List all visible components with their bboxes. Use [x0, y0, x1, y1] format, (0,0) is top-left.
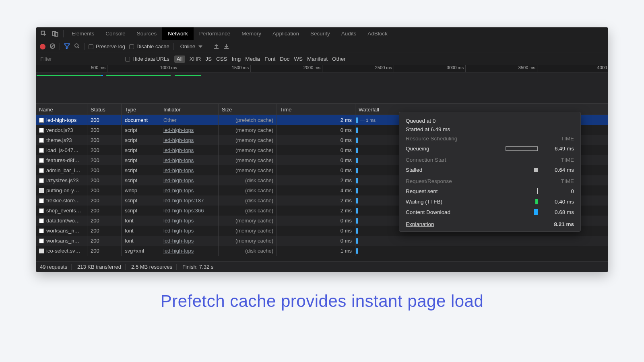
download-har-icon[interactable]: [223, 43, 229, 50]
waterfall-bar: [356, 158, 358, 163]
tab-application[interactable]: Application: [267, 27, 305, 40]
col-time[interactable]: Time: [277, 104, 355, 115]
row-size: (disk cache): [219, 246, 277, 256]
type-chip-other[interactable]: Other: [332, 56, 346, 62]
row-size: (disk cache): [219, 195, 277, 206]
type-chip-js[interactable]: JS: [205, 56, 212, 62]
timing-tooltip: Queued at 0 Started at 6.49 ms Resource …: [399, 112, 581, 232]
tab-network[interactable]: Network: [162, 27, 194, 40]
ruler-tick: 4000: [36, 65, 608, 72]
stalled-value: 0.64 ms: [542, 167, 574, 173]
time-header: TIME: [561, 136, 574, 142]
tab-memory[interactable]: Memory: [236, 27, 267, 40]
record-button[interactable]: [40, 44, 45, 49]
row-initiator[interactable]: led-high-tops:366: [163, 208, 204, 214]
row-initiator[interactable]: led-high-tops: [163, 218, 194, 224]
clear-icon[interactable]: [50, 43, 56, 50]
tab-adblock[interactable]: AdBlock: [362, 27, 393, 40]
tab-console[interactable]: Console: [100, 27, 131, 40]
col-name[interactable]: Name: [36, 104, 87, 115]
time-header: TIME: [561, 157, 574, 163]
row-time: 2 ms: [277, 115, 355, 125]
separator: [60, 43, 60, 50]
type-chip-ws[interactable]: WS: [294, 56, 303, 62]
filter-input[interactable]: [40, 55, 120, 63]
type-chip-doc[interactable]: Doc: [280, 56, 289, 62]
table-row[interactable]: ico-select.sv…200svg+xmlled-high-tops(di…: [36, 246, 608, 256]
disable-cache-label: Disable cache: [136, 43, 169, 49]
preserve-log-checkbox[interactable]: Preserve log: [89, 43, 125, 49]
row-initiator[interactable]: led-high-tops: [163, 167, 194, 173]
row-name: worksans_n…: [46, 228, 79, 234]
tab-security[interactable]: Security: [305, 27, 336, 40]
col-type[interactable]: Type: [122, 104, 160, 115]
type-chip-css[interactable]: CSS: [216, 56, 227, 62]
row-type: script: [122, 195, 160, 206]
type-chip-xhr[interactable]: XHR: [190, 56, 201, 62]
type-chip-img[interactable]: Img: [232, 56, 241, 62]
col-size[interactable]: Size: [219, 104, 277, 115]
tab-sources[interactable]: Sources: [131, 27, 163, 40]
tab-performance[interactable]: Performance: [194, 27, 236, 40]
row-size: (disk cache): [219, 175, 277, 185]
row-status: 200: [87, 185, 122, 195]
row-size: (prefetch cache): [219, 115, 277, 125]
col-initiator[interactable]: Initiator: [160, 104, 219, 115]
filter-toggle-icon[interactable]: [64, 43, 70, 50]
row-time: 0 ms: [277, 135, 355, 145]
tab-elements[interactable]: Elements: [66, 27, 100, 40]
favicon-icon: [39, 239, 44, 243]
row-time: 2 ms: [277, 206, 355, 216]
network-overview[interactable]: 500 ms1000 ms1500 ms2000 ms2500 ms3000 m…: [36, 65, 608, 104]
row-time: 0 ms: [277, 236, 355, 246]
separator: [209, 43, 209, 50]
type-chip-manifest[interactable]: Manifest: [307, 56, 328, 62]
row-initiator[interactable]: led-high-tops: [163, 228, 194, 234]
row-size: (memory cache): [219, 155, 277, 165]
wait-label: Waiting (TTFB): [406, 199, 474, 205]
time-header: TIME: [561, 178, 574, 184]
row-status: 200: [87, 175, 122, 185]
row-status: 200: [87, 236, 122, 246]
row-initiator[interactable]: led-high-tops: [163, 147, 194, 153]
devtools-tabbar: ElementsConsoleSourcesNetworkPerformance…: [36, 27, 608, 40]
favicon-icon: [39, 128, 44, 133]
svg-line-4: [51, 44, 54, 47]
type-chip-media[interactable]: Media: [245, 56, 260, 62]
row-initiator[interactable]: led-high-tops:187: [163, 197, 204, 204]
table-row[interactable]: worksans_n…200fontled-high-tops(memory c…: [36, 236, 608, 246]
search-icon[interactable]: [74, 43, 80, 50]
overview-bar: [37, 75, 101, 76]
network-toolbar: Preserve log Disable cache Online: [36, 40, 608, 53]
row-initiator[interactable]: led-high-tops: [163, 238, 194, 244]
favicon-icon: [39, 158, 44, 163]
disable-cache-checkbox[interactable]: Disable cache: [129, 43, 169, 49]
type-chip-font[interactable]: Font: [264, 56, 275, 62]
favicon-icon: [39, 228, 44, 233]
wait-swatch: [535, 199, 538, 204]
row-initiator[interactable]: led-high-tops: [163, 157, 194, 163]
row-initiator[interactable]: led-high-tops: [163, 187, 194, 193]
row-name: putting-on-y…: [46, 187, 79, 193]
type-chip-all[interactable]: All: [174, 56, 185, 63]
row-status: 200: [87, 115, 122, 125]
row-initiator[interactable]: led-high-tops: [163, 248, 194, 254]
row-initiator[interactable]: led-high-tops: [163, 177, 194, 183]
wait-value: 0.40 ms: [542, 199, 574, 205]
section-scheduling: Resource Scheduling: [406, 136, 457, 142]
inspect-element-icon[interactable]: [38, 31, 50, 37]
row-initiator[interactable]: led-high-tops: [163, 127, 194, 133]
hide-data-urls-checkbox[interactable]: Hide data URLs: [125, 56, 169, 62]
overview-bar: [101, 75, 103, 76]
row-name: trekkie.store…: [46, 197, 80, 204]
status-requests: 49 requests: [40, 264, 72, 270]
row-initiator[interactable]: led-high-tops: [163, 137, 194, 143]
tab-audits[interactable]: Audits: [336, 27, 362, 40]
row-type: font: [122, 226, 160, 236]
upload-har-icon[interactable]: [213, 43, 219, 50]
explanation-link[interactable]: Explanation: [406, 221, 434, 227]
throttling-select[interactable]: Online: [178, 43, 205, 49]
col-status[interactable]: Status: [87, 104, 122, 115]
sent-value: 0: [542, 188, 574, 194]
device-toolbar-icon[interactable]: [50, 31, 61, 37]
